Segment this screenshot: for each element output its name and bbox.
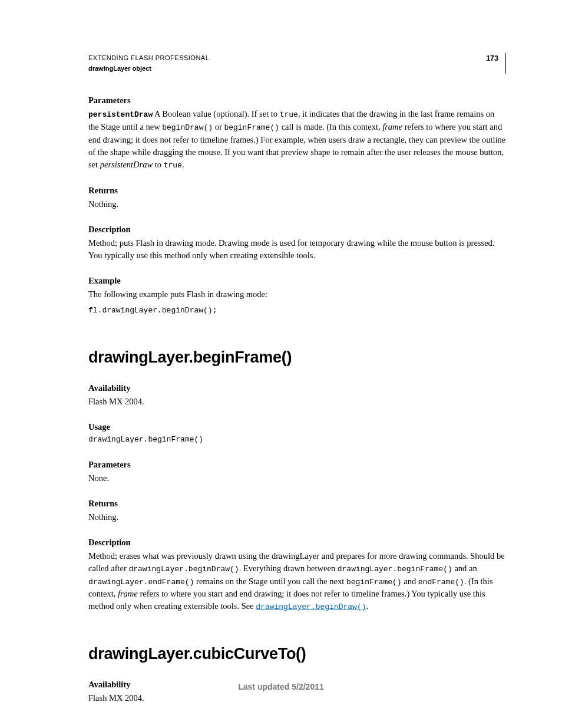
- returns-text-2: Nothing.: [88, 511, 506, 523]
- description-text: Method; puts Flash in drawing mode. Draw…: [88, 237, 506, 262]
- availability-text-2: Flash MX 2004.: [88, 692, 506, 704]
- page-content: Parameters persistentDraw A Boolean valu…: [88, 94, 506, 704]
- page-number: 173: [486, 53, 498, 64]
- header-title: EXTENDING FLASH PROFESSIONAL: [88, 53, 209, 64]
- parameters-text-2: None.: [88, 472, 506, 485]
- header-subtitle: drawingLayer object: [88, 64, 209, 74]
- returns-heading: Returns: [88, 185, 506, 197]
- example-code: fl.drawingLayer.beginDraw();: [88, 305, 506, 317]
- returns-heading-2: Returns: [88, 498, 506, 510]
- availability-heading: Availability: [88, 382, 506, 394]
- description-heading: Description: [88, 223, 506, 236]
- method-heading-beginframe: drawingLayer.beginFrame(): [88, 346, 506, 369]
- footer-text: Last updated 5/2/2011: [0, 681, 562, 693]
- availability-text: Flash MX 2004.: [88, 396, 506, 408]
- description-text-2: Method; erases what was previously drawn…: [88, 550, 506, 614]
- returns-text: Nothing.: [88, 198, 506, 210]
- parameter-persistentdraw: persistentDraw A Boolean value (optional…: [88, 108, 506, 172]
- description-heading-2: Description: [88, 536, 506, 549]
- param-name: persistentDraw: [88, 110, 153, 119]
- method-heading-cubiccurveto: drawingLayer.cubicCurveTo(): [88, 643, 506, 666]
- parameters-heading-2: Parameters: [88, 459, 506, 471]
- page-header: EXTENDING FLASH PROFESSIONAL drawingLaye…: [88, 53, 506, 74]
- parameters-heading: Parameters: [88, 94, 506, 107]
- usage-heading: Usage: [88, 421, 506, 433]
- usage-code: drawingLayer.beginFrame(): [88, 434, 506, 446]
- example-heading: Example: [88, 275, 506, 287]
- example-text: The following example puts Flash in draw…: [88, 288, 506, 301]
- link-begindraw[interactable]: drawingLayer.beginDraw(): [256, 602, 366, 611]
